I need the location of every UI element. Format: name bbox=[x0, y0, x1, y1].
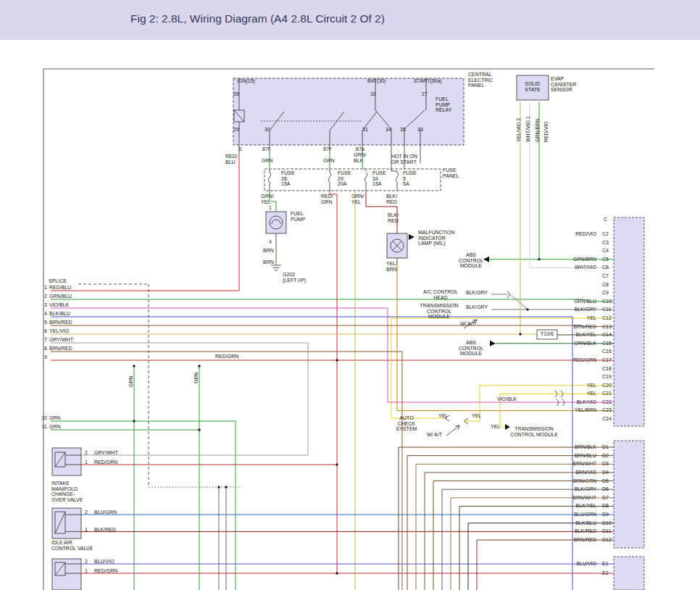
connector-pin-row: BLK/VIO C22 bbox=[540, 399, 612, 408]
fuel-pump-label: FUEL PUMP bbox=[291, 211, 305, 222]
pin-id: C23 bbox=[602, 407, 612, 413]
pin-33: 33 bbox=[417, 127, 423, 133]
splice-row: 6 YEL/VIO bbox=[41, 328, 114, 337]
pin-id: C7 bbox=[602, 273, 609, 279]
device3-pin1-color: RED/GRN bbox=[94, 568, 117, 574]
pin-31: 31 bbox=[362, 127, 368, 133]
pin-wire-color: BLK/RED bbox=[575, 528, 596, 534]
wire-label-red-vio-rot: RED/VIO bbox=[543, 121, 549, 142]
splice-row-number: 11 bbox=[41, 424, 47, 430]
splice-row-color: GRN bbox=[49, 424, 61, 430]
pin-id: C20 bbox=[602, 383, 612, 389]
pin-id: C12 bbox=[602, 315, 612, 321]
connector-pin-row: BLK/RED D11 bbox=[540, 528, 612, 537]
pin-id: D11 bbox=[602, 528, 611, 534]
w-at-note-1: W/ A/T bbox=[460, 321, 475, 327]
fuse-28-label: FUSE 28 15A bbox=[281, 170, 295, 187]
connector-pin-row: BRN/VIO D4 bbox=[540, 470, 612, 478]
wire-label-brn-1: BRN bbox=[263, 248, 274, 254]
auto-check-system-label: AUTO CHECK SYSTEM bbox=[396, 415, 417, 432]
splice-row-color: GRN bbox=[49, 415, 61, 421]
pin-id: C10 bbox=[602, 299, 612, 304]
device2-name: IDLE AIR CONTROL VALVE bbox=[51, 540, 93, 551]
wire-label-brn-2: BRN bbox=[263, 259, 274, 265]
wire-label-yel-2: YEL bbox=[472, 413, 481, 419]
pin-wire-color: GRN/BRN bbox=[573, 257, 596, 262]
connector-pin-row: C7 bbox=[540, 273, 612, 282]
pin-30: 30 bbox=[264, 127, 270, 133]
pin-id: C17 bbox=[602, 357, 612, 363]
pin-35: 35 bbox=[400, 127, 406, 133]
connector-pin-row: BLK/GRY C11 bbox=[540, 307, 612, 315]
fuel-pump-relay-label: FUEL PUMP RELAY bbox=[436, 96, 451, 113]
pin-id: C24 bbox=[602, 416, 612, 422]
evap-canister-sensor-label: EVAP CANISTER SENSOR bbox=[551, 76, 576, 93]
connector-pin-row: E2 bbox=[540, 570, 612, 580]
wire-label-blk-red: BLK/ RED bbox=[386, 194, 397, 204]
wire-label-grn-rot-2: GRN bbox=[193, 372, 199, 383]
pin-id: D5 bbox=[602, 478, 609, 484]
pin-id: C15 bbox=[602, 341, 612, 346]
splice-row-number: 2 bbox=[41, 294, 47, 299]
connector-pin-row: BLK/BLU D10 bbox=[540, 520, 612, 529]
connector-pin-row: BRN/BLK D1 bbox=[540, 444, 612, 453]
connector-pin-row: C4 bbox=[540, 248, 612, 257]
splice-title: SPLICE bbox=[49, 278, 67, 284]
connector-pin-row: C19 bbox=[540, 374, 612, 383]
splice-row-number: 10 bbox=[41, 415, 47, 421]
splice-row: 4 BLK/BLU bbox=[41, 311, 114, 320]
pin-wire-color: BLK/VIO bbox=[577, 399, 596, 405]
pin-wire-color: BLK/YEL bbox=[576, 332, 596, 338]
hot-in-on-label: HOT IN ON OR START bbox=[391, 154, 417, 165]
connector-e-rows: BLU/VIO E1 E2 bbox=[540, 561, 612, 580]
abs-module-label-2: ABS CONTROL MODULE bbox=[459, 340, 483, 357]
splice-row-color: BRN/RED bbox=[49, 320, 72, 325]
pin-id: C14 bbox=[602, 332, 612, 338]
device3-pin1-num: 1 bbox=[85, 568, 88, 574]
pin-id: E2 bbox=[602, 570, 609, 576]
splice-row: 7 GRY/WHT bbox=[41, 337, 114, 346]
pin-wire-color: BRN/RED bbox=[573, 324, 596, 330]
terminal-87f: 87f bbox=[262, 146, 270, 152]
pump-pin-4: 4 bbox=[269, 239, 272, 245]
mil-label: MALFUNCTION INDICATOR LAMP (MIL) bbox=[418, 230, 455, 246]
wire-label-grn-yel-1: GRN/ YEL bbox=[261, 194, 274, 204]
pin-id: D9 bbox=[602, 512, 609, 518]
pin-id: D8 bbox=[602, 503, 609, 509]
tcm-label-1: TRANSMISSION CONTROL MODULE bbox=[420, 303, 458, 320]
pin-id: D10 bbox=[602, 520, 612, 526]
splice-row-number: 8 bbox=[41, 346, 47, 352]
pin-id: C22 bbox=[602, 399, 612, 405]
ac-control-head-label: A/C CONTROL HEAD bbox=[423, 289, 458, 300]
pin-wire-color: BLK/GRY bbox=[575, 307, 596, 312]
connector-pin-row: BRN/RED D12 bbox=[540, 537, 612, 546]
pin-wire-color: GRN/BLK bbox=[574, 341, 596, 346]
connector-pin-row: YEL/BRN C23 bbox=[540, 407, 612, 416]
pin-id: C11 bbox=[602, 307, 611, 312]
wire-label-yel-vio-rot: YEL/VIO 2 bbox=[516, 118, 522, 142]
connector-pin-row: BLU/GRN D9 bbox=[540, 512, 612, 520]
splice-row-number: 7 bbox=[41, 337, 47, 343]
pin-wire-color: YEL bbox=[587, 391, 596, 396]
pin-wire-color: BLK/YEL bbox=[576, 503, 596, 509]
fuse-34-label: FUSE 34 15A bbox=[372, 170, 386, 187]
pin-id: D4 bbox=[602, 470, 609, 475]
pin-id: D6 bbox=[602, 486, 609, 492]
wire-label-blk-gry-1: BLK/GRY bbox=[466, 290, 488, 296]
connector-pin-row: YEL C21 bbox=[540, 391, 612, 399]
label-bat30: BAT(30) bbox=[367, 78, 386, 84]
splice-row-color: RED/BLU bbox=[49, 285, 71, 291]
fuse-5-label: FUSE 5 5A bbox=[403, 170, 417, 187]
wire-label-yel-3: YEL bbox=[491, 424, 500, 430]
pin-id: C9 bbox=[602, 290, 609, 296]
wire-label-red-blu: RED/ BLU bbox=[225, 154, 238, 165]
splice-row: 11 GRN bbox=[41, 424, 114, 433]
connector-pin-row: C24 bbox=[540, 416, 612, 425]
splice-row-color: VIO/BLK bbox=[49, 302, 69, 308]
w-at-note-2: W/ A/T bbox=[427, 432, 442, 438]
pin-id: C16 bbox=[602, 349, 612, 354]
splice-row-number: 6 bbox=[41, 328, 47, 334]
fuse-panel-label: FUSE PANEL bbox=[443, 167, 459, 178]
device2-pin2-color: BLU/GRN bbox=[94, 510, 117, 515]
splice-row-color: BLK/BLU bbox=[49, 311, 70, 317]
